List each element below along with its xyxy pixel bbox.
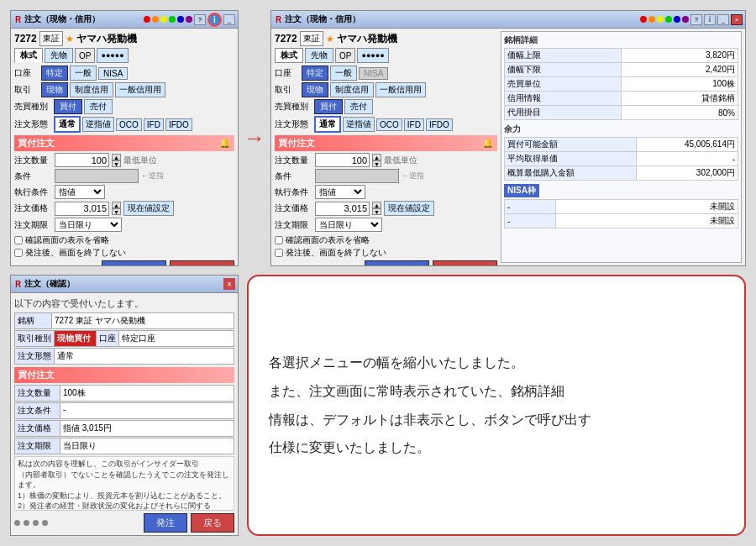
confirm-price-value: 指値 3,015円 <box>60 420 234 437</box>
trade-ippan-right[interactable]: 一般信用用 <box>375 82 426 97</box>
qty-down-left[interactable]: ▼ <box>112 160 121 167</box>
help-btn-left[interactable]: ? <box>194 14 206 25</box>
cond-input-left[interactable] <box>55 169 139 183</box>
confirm-tradetype-label: 取引種別 <box>14 330 55 347</box>
check2-left[interactable] <box>14 249 23 257</box>
minimize-btn-left[interactable]: _ <box>223 14 235 25</box>
trade-genbutsu-left[interactable]: 現物 <box>41 82 68 97</box>
status-dot-1 <box>14 520 20 526</box>
qty-input-left[interactable] <box>55 153 109 167</box>
tab-op-left[interactable]: OP <box>75 48 95 63</box>
current-price-btn-left[interactable]: 現在値設定 <box>123 201 174 216</box>
confirm-title: 注文（確認） <box>24 278 222 290</box>
price-up-right[interactable]: ▲ <box>372 202 381 208</box>
confirm-btn-right[interactable]: 注文確認へ <box>365 260 429 265</box>
trade-genbutsu-right[interactable]: 現物 <box>302 82 328 97</box>
ordertype-oco-right[interactable]: OCO <box>376 118 402 131</box>
date-select-left[interactable]: 当日限り <box>55 218 122 232</box>
tab-stocks-left[interactable]: 株式 <box>14 48 43 63</box>
side-buy-right[interactable]: 買付 <box>314 99 343 114</box>
yoryoku-label-3: 概算最低購入金額 <box>505 166 637 181</box>
exec-label-right: 執行条件 <box>275 186 312 198</box>
detail-row-2: 価幅下限 2,420円 <box>505 63 738 77</box>
trade-ippan-left[interactable]: 一般信用用 <box>115 82 165 97</box>
notice-text-1: 各選択メニューの幅を縮小いたしました。 <box>269 349 724 377</box>
tab-futures-left[interactable]: 先物 <box>45 48 73 63</box>
submit-btn[interactable]: 発注 <box>144 513 187 533</box>
check1-right[interactable] <box>275 236 283 244</box>
qty-input-right[interactable] <box>315 153 370 167</box>
account-tokutet-right[interactable]: 特定 <box>302 66 328 81</box>
confirm-cond-label: 注文条件 <box>14 402 60 419</box>
side-sell-left[interactable]: 売付 <box>84 99 113 114</box>
current-price-btn-right[interactable]: 現在値設定 <box>384 201 434 216</box>
tab-futures-right[interactable]: 先物 <box>305 48 333 63</box>
ordertype-oco-left[interactable]: OCO <box>116 118 142 131</box>
star-left: ★ <box>66 34 74 45</box>
bell-icon-left: 🔔 <box>219 138 231 149</box>
ordertype-gyaku-right[interactable]: 逆指値 <box>343 117 375 132</box>
cancel-btn-right[interactable]: キャンセル <box>433 260 497 265</box>
detail-row-4: 信用情報 貸借銘柄 <box>505 92 738 106</box>
qty-up-left[interactable]: ▲ <box>112 154 121 160</box>
account-tokutet-left[interactable]: 特定 <box>41 66 68 81</box>
tab-op-right[interactable]: OP <box>335 48 355 63</box>
price-up-left[interactable]: ▲ <box>112 202 121 208</box>
trade-seido-right[interactable]: 制度信用 <box>330 82 374 97</box>
ordertype-normal-left[interactable]: 通常 <box>54 116 81 133</box>
price-label-left: 注文価格 <box>14 202 52 214</box>
ordertype-ifd-right[interactable]: IFD <box>404 118 424 131</box>
dot-yellow <box>160 16 167 23</box>
help-btn-right[interactable]: ? <box>690 14 702 25</box>
ordertype-gyaku-left[interactable]: 逆指値 <box>82 117 114 132</box>
ordertype-ifdo-right[interactable]: IFDO <box>426 118 453 131</box>
exec-select-left[interactable]: 指値 <box>55 185 105 199</box>
confirm-close-btn[interactable]: × <box>223 278 235 290</box>
back-btn[interactable]: 戻る <box>191 513 234 533</box>
check1-left[interactable] <box>14 236 23 244</box>
price-input-left[interactable] <box>55 202 109 216</box>
confirm-meigara-label: 銘柄 <box>14 312 52 329</box>
side-sell-right[interactable]: 売付 <box>344 99 373 114</box>
close-btn-right[interactable]: × <box>731 14 743 25</box>
price-down-right[interactable]: ▼ <box>372 208 381 215</box>
cancel-btn-left[interactable]: キャンセル <box>170 260 234 265</box>
check2-right[interactable] <box>275 249 283 257</box>
yoryoku-table: 買付可能金額 45,005,614円 平均取得単価 - 概算最低購入金額 302… <box>504 137 738 181</box>
meigara-detail-table: 価幅上限 3,820円 価幅下限 2,420円 売買単位 100株 信用情報 <box>504 48 738 120</box>
tab-stocks-right[interactable]: 株式 <box>275 48 303 63</box>
price-down-left[interactable]: ▼ <box>112 208 121 215</box>
buy-section-title-left: 買付注文 <box>18 137 55 150</box>
dot-red <box>144 16 150 23</box>
notice-text-4: 仕様に変更いたしました。 <box>269 433 724 462</box>
dot-purple <box>186 16 192 23</box>
nisa-row-2: - 未開設 <box>505 214 738 228</box>
info-btn-left[interactable]: i <box>207 13 222 27</box>
exec-select-right[interactable]: 指値 <box>315 185 365 199</box>
tab-more-left[interactable]: ●●●●● <box>97 48 128 63</box>
info-btn-right[interactable]: i <box>704 14 716 25</box>
ordertype-normal-right[interactable]: 通常 <box>314 116 341 133</box>
qty-up-right[interactable]: ▲ <box>372 154 381 160</box>
dot-r4 <box>665 16 672 23</box>
dot-r1 <box>640 16 647 23</box>
qty-down-right[interactable]: ▼ <box>372 160 381 167</box>
tab-more-right[interactable]: ●●●●● <box>357 48 388 63</box>
left-order-window: Ｒ 注文（現物・信用） ? i _ 7272 東 <box>10 10 239 266</box>
confirm-btn-left[interactable]: 注文確認へ <box>102 260 166 265</box>
ordertype-ifd-left[interactable]: IFD <box>144 118 164 131</box>
account-nisa-right[interactable]: NISA <box>359 67 388 80</box>
account-nisa-left[interactable]: NISA <box>98 67 128 80</box>
account-ippan-right[interactable]: 一般 <box>330 66 357 81</box>
minimize-btn-right[interactable]: _ <box>717 14 729 25</box>
confirm-tradetype-value: 現物買付 <box>55 330 97 347</box>
price-label-right: 注文価格 <box>275 202 312 214</box>
date-select-right[interactable]: 当日限り <box>315 218 382 232</box>
ordertype-ifdo-left[interactable]: IFDO <box>165 118 192 131</box>
side-buy-left[interactable]: 買付 <box>54 99 82 114</box>
trade-seido-left[interactable]: 制度信用 <box>70 82 113 97</box>
star-right: ★ <box>326 34 334 45</box>
price-input-right[interactable] <box>315 202 370 216</box>
cond-input-right[interactable] <box>315 169 399 183</box>
account-ippan-left[interactable]: 一般 <box>70 66 97 81</box>
